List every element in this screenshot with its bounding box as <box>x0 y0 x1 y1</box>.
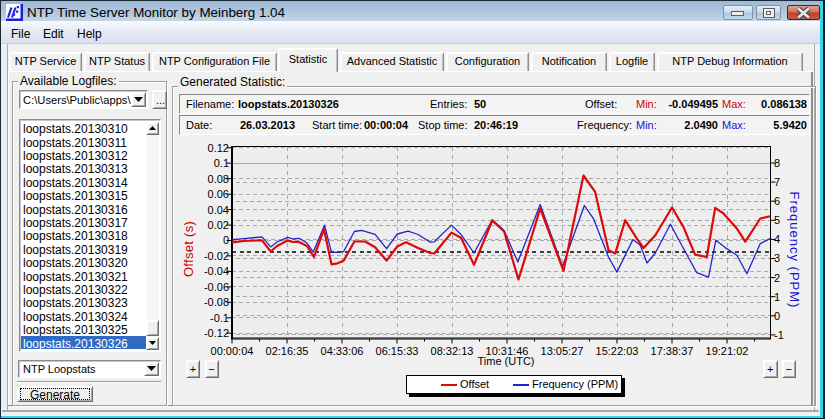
svg-text:8: 8 <box>774 157 780 169</box>
svg-text:15:22:03: 15:22:03 <box>596 345 639 357</box>
svg-text:0.02: 0.02 <box>208 219 229 231</box>
svg-text:08:32:13: 08:32:13 <box>431 345 474 357</box>
svg-text:7: 7 <box>774 176 780 188</box>
svg-text:17:38:37: 17:38:37 <box>651 345 694 357</box>
svg-text:-0.06: -0.06 <box>204 281 229 293</box>
svg-text:13:05:27: 13:05:27 <box>541 345 584 357</box>
svg-text:0.12: 0.12 <box>208 142 229 154</box>
svg-text:2: 2 <box>774 272 780 284</box>
svg-text:00:00:04: 00:00:04 <box>211 345 254 357</box>
svg-text:Frequency (PPM): Frequency (PPM) <box>787 192 802 309</box>
svg-text:0.08: 0.08 <box>208 173 229 185</box>
svg-text:0.06: 0.06 <box>208 188 229 200</box>
svg-text:04:33:06: 04:33:06 <box>321 345 364 357</box>
svg-text:0.1: 0.1 <box>214 157 229 169</box>
svg-text:02:16:35: 02:16:35 <box>266 345 309 357</box>
svg-text:-0.12: -0.12 <box>204 327 229 339</box>
svg-text:0.04: 0.04 <box>208 204 229 216</box>
svg-text:6: 6 <box>774 195 780 207</box>
svg-text:0: 0 <box>774 310 780 322</box>
svg-text:06:15:33: 06:15:33 <box>376 345 419 357</box>
svg-text:0: 0 <box>223 234 229 246</box>
svg-text:4: 4 <box>774 233 780 245</box>
svg-text:1: 1 <box>774 291 780 303</box>
svg-text:Time (UTC): Time (UTC) <box>477 355 534 367</box>
svg-text:-1: -1 <box>774 329 784 341</box>
svg-text:19:21:02: 19:21:02 <box>706 345 749 357</box>
svg-text:-0.02: -0.02 <box>204 250 229 262</box>
svg-text:Offset (s): Offset (s) <box>181 221 196 277</box>
svg-text:-0.08: -0.08 <box>204 296 229 308</box>
svg-text:-0.04: -0.04 <box>204 265 229 277</box>
svg-text:-0.1: -0.1 <box>210 312 229 324</box>
svg-text:3: 3 <box>774 252 780 264</box>
svg-text:5: 5 <box>774 214 780 226</box>
